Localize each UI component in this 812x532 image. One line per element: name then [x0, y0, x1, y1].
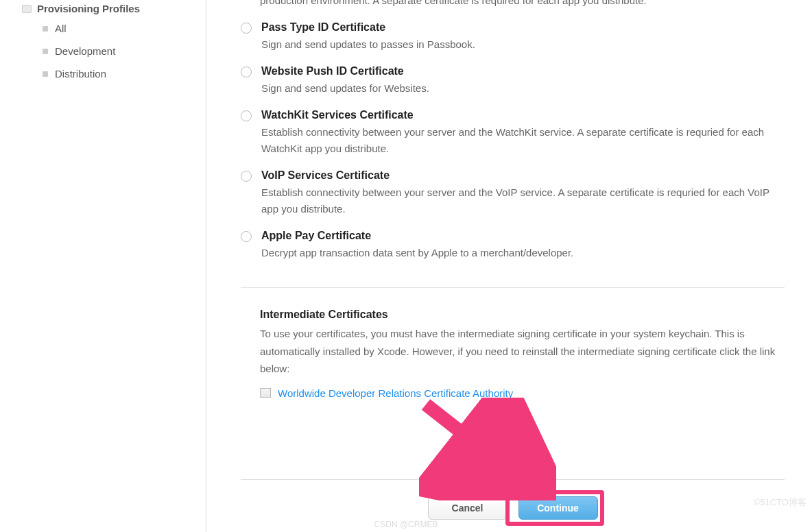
bullet-icon [43, 26, 48, 32]
intermediate-certificates: Intermediate Certificates To use your ce… [260, 309, 785, 399]
main-content: production environment. A separate certi… [206, 0, 812, 532]
intermediate-title: Intermediate Certificates [260, 309, 785, 321]
cancel-button[interactable]: Cancel [428, 496, 508, 520]
option-title: Website Push ID Certificate [261, 65, 785, 77]
option-body: WatchKit Services Certificate Establish … [261, 109, 785, 157]
option-desc: Decrypt app transaction data sent by App… [261, 245, 785, 261]
option-title: Pass Type ID Certificate [261, 21, 785, 34]
intermediate-link[interactable]: Worldwide Developer Relations Certificat… [278, 387, 513, 399]
certificate-options: production environment. A separate certi… [241, 0, 785, 479]
intermediate-desc: To use your certificates, you must have … [260, 325, 785, 378]
radio-icon[interactable] [241, 23, 252, 34]
option-desc: Establish connectivity between your serv… [261, 124, 785, 157]
cutoff-description: production environment. A separate certi… [260, 0, 785, 9]
option-body: Pass Type ID Certificate Sign and send u… [261, 21, 785, 53]
radio-icon[interactable] [241, 110, 252, 121]
bullet-icon [43, 71, 48, 77]
option-title: VoIP Services Certificate [261, 169, 785, 182]
option-body: Apple Pay Certificate Decrypt app transa… [261, 230, 785, 261]
option-body: Website Push ID Certificate Sign and sen… [261, 65, 785, 97]
option-apple-pay[interactable]: Apple Pay Certificate Decrypt app transa… [241, 230, 785, 261]
continue-button[interactable]: Continue [518, 496, 598, 520]
intermediate-link-row: Worldwide Developer Relations Certificat… [260, 387, 785, 399]
option-pass-type-id[interactable]: Pass Type ID Certificate Sign and send u… [241, 21, 785, 53]
sidebar-header-label: Provisioning Profiles [37, 3, 140, 14]
sidebar-item-label: Distribution [55, 68, 106, 80]
sidebar: Provisioning Profiles All Development Di… [0, 0, 206, 532]
option-desc: Sign and send updates for Websites. [261, 80, 785, 97]
option-watchkit-services[interactable]: WatchKit Services Certificate Establish … [241, 109, 785, 157]
option-desc: Sign and send updates to passes in Passb… [261, 36, 785, 53]
sidebar-item-label: All [55, 23, 67, 34]
watermark-right: ©51CTO博客 [754, 496, 807, 509]
bullet-icon [43, 49, 48, 54]
option-body: VoIP Services Certificate Establish conn… [261, 169, 785, 217]
radio-icon[interactable] [241, 66, 252, 77]
option-title: Apple Pay Certificate [261, 230, 785, 242]
watermark-center: CSDN @CRMEB [374, 520, 438, 529]
option-voip-services[interactable]: VoIP Services Certificate Establish conn… [241, 169, 785, 217]
certificate-icon [260, 388, 271, 398]
sidebar-item-distribution[interactable]: Distribution [14, 62, 192, 85]
footer-actions: Cancel Continue [241, 479, 785, 532]
page-container: Provisioning Profiles All Development Di… [0, 0, 812, 532]
option-website-push-id[interactable]: Website Push ID Certificate Sign and sen… [241, 65, 785, 97]
sidebar-item-all[interactable]: All [14, 17, 192, 40]
sidebar-header[interactable]: Provisioning Profiles [22, 0, 192, 17]
separator [241, 287, 785, 288]
option-desc: Establish connectivity between your serv… [261, 184, 785, 217]
option-title: WatchKit Services Certificate [261, 109, 785, 121]
radio-icon[interactable] [241, 171, 252, 182]
sidebar-item-development[interactable]: Development [14, 40, 192, 62]
sidebar-item-label: Development [55, 45, 115, 57]
radio-icon[interactable] [241, 231, 252, 242]
folder-icon [22, 5, 32, 13]
